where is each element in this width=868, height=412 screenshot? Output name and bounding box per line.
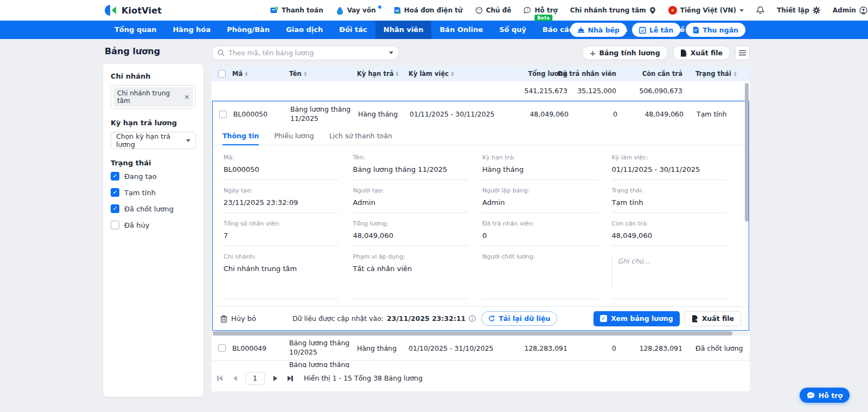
col-header-con-can-tra[interactable]: Còn cần trả: [623, 70, 689, 78]
status-option-tam-tinh[interactable]: Tạm tính: [111, 188, 196, 197]
next-page-icon[interactable]: [270, 374, 280, 383]
last-page-icon[interactable]: [285, 374, 295, 383]
cashier-button[interactable]: Thu ngân: [686, 23, 745, 37]
pagination-info: Hiển thị 1 - 15 Tổng 38 Bảng lương: [304, 374, 423, 382]
nav-tab-hang-hoa[interactable]: Hàng hóa: [164, 21, 219, 39]
first-page-icon[interactable]: [215, 374, 225, 383]
row-remaining: 128,283,091: [623, 344, 689, 352]
kiotviet-logo[interactable]: KiotViet: [105, 4, 162, 17]
support-floating-button[interactable]: Hỗ trợ: [800, 388, 850, 403]
kitchen-button[interactable]: Nhà bếp: [570, 23, 627, 37]
status-filter-label: Trạng thái: [111, 159, 196, 167]
checkbox-checked-icon[interactable]: [111, 188, 119, 197]
language-selector[interactable]: ★ Tiếng Việt (VN): [668, 6, 744, 15]
top-menu: 9 Thanh toán $ Vay vốn Hoá đơn điện tử C…: [270, 0, 867, 21]
menu-einvoice[interactable]: Hoá đơn điện tử: [394, 7, 463, 14]
search-filter-caret-icon[interactable]: [389, 52, 393, 54]
location-pin-icon: [649, 7, 656, 15]
col-header-ky-lam-viec[interactable]: Kỳ làm việc: [409, 70, 501, 78]
period-filter-select[interactable]: Chọn kỳ hạn trả lương: [111, 132, 196, 149]
account-menu[interactable]: Admin: [833, 7, 867, 15]
menu-loan[interactable]: $ Vay vốn: [336, 7, 381, 15]
detail-field: Mã:BL000050: [224, 154, 339, 180]
notes-field: [612, 253, 727, 299]
prev-page-icon[interactable]: [230, 374, 240, 383]
check-icon: ✓: [600, 315, 607, 322]
nav-tab-phong-ban[interactable]: Phòng/Bàn: [219, 21, 278, 39]
row-checkbox[interactable]: [218, 344, 226, 352]
theme-icon: [475, 7, 483, 14]
row-period: Hàng tháng: [358, 110, 410, 118]
search-input[interactable]: [228, 49, 385, 57]
export-file-footer-button[interactable]: Xuất file: [685, 311, 741, 326]
checkbox-checked-icon[interactable]: [111, 172, 119, 181]
table-row-partial[interactable]: Bảng lương tháng: [212, 360, 750, 368]
branch-filter-input[interactable]: Chi nhánh trung tâm ✕: [111, 85, 196, 109]
settings[interactable]: Thiết lập: [777, 7, 820, 14]
current-page-box[interactable]: 1: [245, 372, 265, 385]
menu-payment[interactable]: 9 Thanh toán: [270, 7, 323, 14]
checkbox-unchecked-icon[interactable]: [111, 221, 119, 229]
page-title: Bảng lương: [105, 46, 160, 56]
sort-icon: [733, 72, 737, 76]
cancel-payroll-button[interactable]: Hủy bỏ: [220, 314, 256, 323]
pagination: 1 Hiển thị 1 - 15 Tổng 38 Bảng lương: [212, 371, 750, 385]
col-header-ten[interactable]: Tên: [289, 70, 357, 78]
notes-input[interactable]: [612, 255, 727, 283]
status-option-da-chot-luong[interactable]: Đã chốt lương: [111, 204, 196, 213]
menu-theme[interactable]: Chủ đề: [475, 7, 512, 14]
search-bar[interactable]: [212, 46, 399, 60]
branch-selector[interactable]: Chi nhánh trung tâm: [570, 7, 656, 15]
status-option-dang-tao[interactable]: Đang tạo: [111, 172, 196, 181]
trash-icon: [220, 315, 227, 323]
notification-bell[interactable]: [756, 6, 764, 15]
status-option-da-huy[interactable]: Đã hủy: [111, 221, 196, 229]
detail-field: Kỳ hạn trả:Hàng tháng: [482, 154, 598, 180]
info-icon[interactable]: [469, 315, 476, 322]
column-settings-button[interactable]: [735, 46, 750, 60]
loan-notification-dot: [378, 5, 381, 9]
select-all-checkbox[interactable]: [218, 70, 226, 78]
col-header-da-tra[interactable]: Đã trả nhân viên: [574, 70, 623, 78]
nav-tab-giao-dich[interactable]: Giao dịch: [278, 21, 331, 39]
col-header-ma[interactable]: Mã: [232, 70, 289, 78]
nav-tab-nhan-vien[interactable]: Nhân viên: [375, 21, 432, 39]
view-payroll-button[interactable]: ✓ Xem bảng lương: [593, 311, 679, 326]
detail-field: Kỳ làm việc:01/11/2025 - 30/11/2025: [612, 154, 727, 180]
create-payroll-button[interactable]: + Bảng tính lương: [582, 46, 668, 60]
tab-phieu-luong[interactable]: Phiếu lương: [274, 127, 314, 145]
tab-lich-su-thanh-toan[interactable]: Lịch sử thanh toán: [329, 127, 392, 145]
refresh-icon: [488, 315, 495, 322]
nav-tab-tong-quan[interactable]: Tổng quan: [106, 21, 164, 39]
col-header-trang-thai[interactable]: Trạng thái: [689, 70, 750, 78]
receipt-icon: [693, 27, 699, 34]
tab-thong-tin[interactable]: Thông tin: [222, 127, 259, 145]
table-row[interactable]: BL000050 Bảng lương tháng 11/2025 Hàng t…: [213, 101, 749, 127]
nav-tab-ban-online[interactable]: Bán Online: [431, 21, 491, 39]
plus-icon: +: [590, 49, 596, 57]
summary-row: 541,215,673 35,125,000 506,090,673: [212, 81, 750, 101]
reload-data-button[interactable]: Tải lại dữ liệu: [481, 311, 557, 326]
menu-support[interactable]: ⁚ Hỗ trợ Beta: [524, 7, 557, 14]
kiotviet-logo-icon: [105, 4, 118, 17]
export-file-button[interactable]: Xuất file: [673, 46, 730, 60]
horizontal-scrollbar[interactable]: [213, 331, 749, 336]
reception-button[interactable]: Lễ tân: [632, 23, 680, 37]
remove-branch-tag-icon[interactable]: ✕: [184, 94, 189, 101]
col-header-ky-han-tra[interactable]: Kỳ hạn trả: [357, 70, 409, 78]
row-checkbox[interactable]: [219, 111, 227, 118]
detail-field: Chi nhánh:Chi nhánh trung tâm: [224, 253, 339, 299]
nav-quick-buttons: Nhà bếp Lễ tân Thu ngân: [570, 23, 746, 37]
row-name: Bảng lương tháng 11/2025: [290, 105, 358, 124]
updated-info: Dữ liệu được cập nhật vào: 23/11/2025 23…: [256, 311, 593, 326]
toolbar-buttons: + Bảng tính lương Xuất file: [582, 46, 750, 60]
sort-icon: [304, 72, 307, 76]
checkbox-checked-icon[interactable]: [111, 204, 119, 213]
export-icon: [692, 315, 699, 323]
vertical-scrollbar[interactable]: [745, 83, 749, 222]
top-header: KiotViet 9 Thanh toán $ Vay vốn Hoá đơn …: [0, 0, 868, 21]
table-row[interactable]: BL000049 Bảng lương tháng 10/2025 Hàng t…: [212, 336, 750, 360]
nav-tab-so-quy[interactable]: Sổ quỹ: [491, 21, 534, 39]
row-name: Bảng lương tháng 10/2025: [289, 339, 357, 357]
nav-tab-doi-tac[interactable]: Đối tác: [331, 21, 375, 39]
